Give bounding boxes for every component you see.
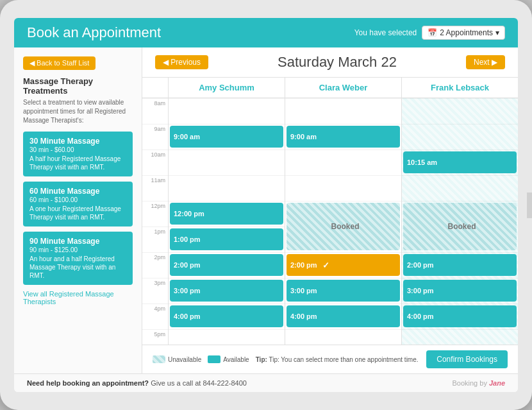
slot-2pm-amy[interactable]: 2:00 pm bbox=[170, 254, 283, 276]
slot-3pm-frank[interactable]: 3:00 pm bbox=[403, 280, 517, 302]
staff-col-frank: 10:15 am Booked 2:00 pm bbox=[401, 98, 518, 345]
row-4pm-clara: 4:00 pm bbox=[285, 303, 401, 329]
staff-header-1: Clara Weber bbox=[285, 78, 401, 98]
time-9am: 9am bbox=[142, 124, 168, 149]
slot-9am-amy[interactable]: 9:00 am bbox=[170, 126, 283, 148]
row-12pm-clara: Booked bbox=[285, 201, 401, 252]
sidebar-section-title: Massage Therapy Treatments bbox=[23, 76, 133, 96]
time-5pm: 5pm bbox=[142, 329, 168, 345]
staff-headers: Amy Schumm Clara Weber Frank Lebsack bbox=[142, 78, 518, 98]
treatment-price-2: 90 min - $125.00 bbox=[29, 246, 126, 253]
time-11am: 11am bbox=[142, 175, 168, 201]
row-2pm-amy: 2:00 pm bbox=[169, 252, 285, 278]
slot-4pm-amy[interactable]: 4:00 pm bbox=[170, 305, 283, 327]
slot-1pm-amy[interactable]: 1:00 pm bbox=[170, 228, 283, 250]
row-10am-frank: 10:15 am bbox=[402, 149, 518, 175]
row-11am-frank bbox=[402, 175, 518, 201]
slot-3pm-clara[interactable]: 3:00 pm bbox=[287, 280, 400, 302]
time-2pm: 2pm bbox=[142, 252, 168, 278]
grid-body: 8am 9am 10am 11am 12pm 1pm 2pm 3pm 4pm 5… bbox=[142, 98, 518, 345]
treatment-name-0: 30 Minute Massage bbox=[29, 137, 126, 146]
row-9am-amy: 9:00 am bbox=[169, 124, 285, 149]
row-10am-amy bbox=[169, 149, 285, 175]
slot-9am-clara[interactable]: 9:00 am bbox=[287, 126, 400, 148]
row-5pm-clara bbox=[285, 329, 401, 345]
prev-button[interactable]: ◀ Previous bbox=[155, 55, 208, 69]
row-11am-amy bbox=[169, 175, 285, 201]
legend-available-box bbox=[208, 355, 220, 363]
treatment-price-0: 30 min - $60.00 bbox=[29, 146, 126, 153]
row-4pm-amy: 4:00 pm bbox=[169, 303, 285, 329]
legend-unavailable-label: Unavailable bbox=[168, 356, 201, 363]
calendar-area: ◀ Previous Saturday March 22 Next ▶ Amy … bbox=[142, 47, 518, 373]
row-3pm-frank: 3:00 pm bbox=[402, 278, 518, 303]
row-8am-frank bbox=[402, 98, 518, 124]
row-4pm-frank: 4:00 pm bbox=[402, 303, 518, 329]
time-1pm: 1pm bbox=[142, 226, 168, 252]
page-title: Book an Appointment bbox=[27, 24, 161, 41]
row-12pm-amy: 12:00 pm bbox=[169, 201, 285, 226]
staff-col-clara: 9:00 am Booked 2:00 pm ✓ bbox=[285, 98, 401, 345]
row-3pm-amy: 3:00 pm bbox=[169, 278, 285, 303]
row-9am-clara: 9:00 am bbox=[285, 124, 401, 149]
time-8am: 8am bbox=[142, 98, 168, 124]
bottom-bar: Need help booking an appointment? Give u… bbox=[14, 373, 518, 392]
appointments-badge[interactable]: 📅 2 Appointments ▾ bbox=[422, 26, 505, 40]
staff-col-amy: 9:00 am 12:00 pm 1:00 pm bbox=[168, 98, 285, 345]
slot-2pm-frank[interactable]: 2:00 pm bbox=[403, 254, 517, 276]
time-slots: 8am 9am 10am 11am 12pm 1pm 2pm 3pm 4pm 5… bbox=[142, 98, 168, 345]
slot-10am-frank[interactable]: 10:15 am bbox=[403, 151, 517, 173]
row-8am-clara bbox=[285, 98, 401, 124]
time-12pm: 12pm bbox=[142, 201, 168, 226]
row-5pm-frank bbox=[402, 329, 518, 345]
treatment-name-1: 60 Minute Massage bbox=[29, 187, 126, 196]
dropdown-arrow: ▾ bbox=[495, 28, 499, 37]
sidebar-section-desc: Select a treatment to view available app… bbox=[23, 98, 133, 125]
treatment-card-1[interactable]: 60 Minute Massage 60 min - $100.00 A one… bbox=[23, 182, 133, 226]
time-3pm: 3pm bbox=[142, 278, 168, 303]
staff-header-0: Amy Schumm bbox=[168, 78, 285, 98]
booking-brand: Booking by Jane bbox=[452, 379, 505, 387]
treatment-desc-1: A one hour Registered Massage Therapy vi… bbox=[29, 205, 126, 221]
row-2pm-frank: 2:00 pm bbox=[402, 252, 518, 278]
row-11am-clara bbox=[285, 175, 401, 201]
view-all-link[interactable]: View all Registered Massage Therapists bbox=[23, 290, 133, 305]
treatment-card-2[interactable]: 90 Minute Massage 90 min - $125.00 An ho… bbox=[23, 232, 133, 285]
footer-bar: Unavailable Available Tip: Tip: You can … bbox=[142, 345, 518, 373]
calendar-grid: Amy Schumm Clara Weber Frank Lebsack 8am… bbox=[142, 78, 518, 345]
row-8am-amy bbox=[169, 98, 285, 124]
header-right: You have selected 📅 2 Appointments ▾ bbox=[354, 26, 505, 40]
row-9am-frank bbox=[402, 124, 518, 149]
row-5pm-amy bbox=[169, 329, 285, 345]
treatment-name-2: 90 Minute Massage bbox=[29, 237, 126, 246]
legend-available: Available bbox=[208, 355, 249, 363]
tip-text: Tip: Tip: You can select more than one a… bbox=[256, 356, 420, 363]
slot-4pm-frank[interactable]: 4:00 pm bbox=[403, 305, 517, 327]
slot-12pm-amy[interactable]: 12:00 pm bbox=[170, 203, 283, 225]
time-4pm: 4pm bbox=[142, 303, 168, 329]
selected-label: You have selected bbox=[354, 28, 417, 37]
legend-available-label: Available bbox=[223, 356, 249, 363]
row-2pm-clara: 2:00 pm ✓ bbox=[285, 252, 401, 278]
next-button[interactable]: Next ▶ bbox=[466, 55, 505, 69]
slot-4pm-clara[interactable]: 4:00 pm bbox=[287, 305, 400, 327]
help-text: Need help booking an appointment? Give u… bbox=[27, 379, 247, 387]
calendar-date: Saturday March 22 bbox=[278, 54, 397, 71]
row-3pm-clara: 3:00 pm bbox=[285, 278, 401, 303]
staff-header-2: Frank Lebsack bbox=[401, 78, 518, 98]
brand-jane: Jane bbox=[489, 379, 505, 387]
time-10am: 10am bbox=[142, 149, 168, 175]
treatment-desc-0: A half hour Registered Massage Therapy v… bbox=[29, 155, 126, 171]
slot-2pm-clara[interactable]: 2:00 pm ✓ bbox=[287, 254, 400, 276]
slot-3pm-amy[interactable]: 3:00 pm bbox=[170, 280, 283, 302]
time-col-header bbox=[142, 78, 168, 98]
row-1pm-amy: 1:00 pm bbox=[169, 226, 285, 252]
confirm-bookings-button[interactable]: Confirm Bookings bbox=[426, 350, 508, 368]
calendar-icon: 📅 bbox=[428, 28, 437, 37]
treatment-card-0[interactable]: 30 Minute Massage 30 min - $60.00 A half… bbox=[23, 132, 133, 176]
treatment-price-1: 60 min - $100.00 bbox=[29, 196, 126, 203]
calendar-nav: ◀ Previous Saturday March 22 Next ▶ bbox=[142, 47, 518, 78]
slot-booked-clara: Booked bbox=[287, 203, 400, 250]
back-to-staff-button[interactable]: ◀ Back to Staff List bbox=[23, 56, 96, 70]
header: Book an Appointment You have selected 📅 … bbox=[14, 18, 518, 47]
